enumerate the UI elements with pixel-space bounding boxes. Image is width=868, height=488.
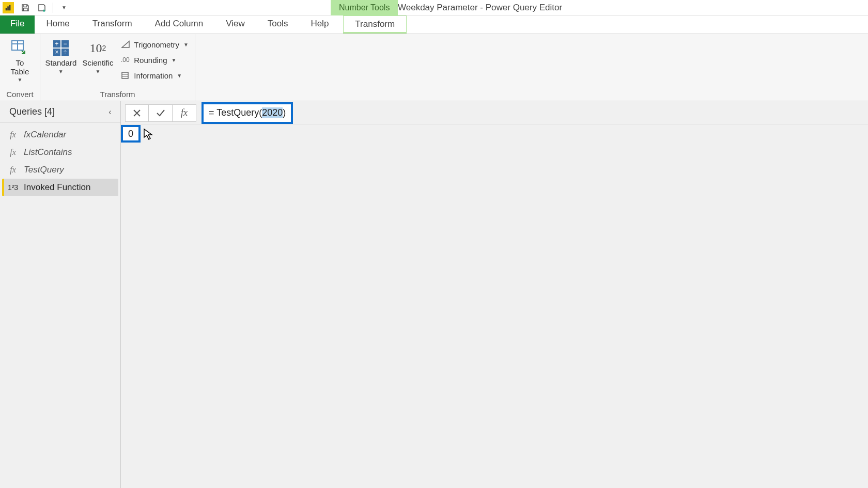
information-icon xyxy=(120,70,131,81)
qat-separator xyxy=(53,3,53,13)
save-icon[interactable] xyxy=(19,1,32,14)
triangle-icon xyxy=(120,39,131,50)
collapse-pane-icon[interactable]: ‹ xyxy=(105,107,115,117)
function-icon: fx xyxy=(7,165,19,175)
tab-view[interactable]: View xyxy=(214,15,256,34)
svg-rect-1 xyxy=(7,6,9,10)
formula-suffix: ) xyxy=(283,107,286,118)
qat-dropdown-icon[interactable]: ▼ xyxy=(57,1,71,14)
scientific-label: Scientific xyxy=(82,59,113,68)
ribbon-group-label-transform: Transform xyxy=(43,90,192,100)
query-item-testquery[interactable]: fx TestQuery xyxy=(2,161,118,179)
tab-home[interactable]: Home xyxy=(35,15,81,34)
ribbon-small-buttons: Trigonometry ▼ .00 Rounding ▼ Informatio… xyxy=(117,36,192,82)
fx-button[interactable]: fx xyxy=(173,104,196,122)
query-item-label: fxCalendar xyxy=(24,130,66,140)
to-table-icon xyxy=(10,38,30,58)
query-item-label: TestQuery xyxy=(24,165,64,175)
tab-help[interactable]: Help xyxy=(299,15,340,34)
cursor-icon xyxy=(143,128,155,140)
trigonometry-label: Trigonometry xyxy=(134,40,179,49)
queries-pane: Queries [4] ‹ fx fxCalendar fx ListConta… xyxy=(0,101,121,488)
main-area: Queries [4] ‹ fx fxCalendar fx ListConta… xyxy=(0,101,868,488)
information-label: Information xyxy=(134,71,173,80)
svg-rect-2 xyxy=(9,5,11,10)
tab-file[interactable]: File xyxy=(0,15,35,34)
scientific-icon: 102 xyxy=(88,38,107,58)
svg-text:÷: ÷ xyxy=(64,49,67,56)
result-value-cell[interactable]: 0 xyxy=(121,125,141,143)
title-bar: ▼ Number Tools Weekday Parameter - Power… xyxy=(0,0,868,15)
to-table-button[interactable]: To Table ▼ xyxy=(3,36,37,83)
svg-text:.00: .00 xyxy=(121,56,130,64)
chevron-down-icon: ▼ xyxy=(96,69,101,74)
formula-prefix: = TestQuery( xyxy=(209,107,262,118)
tab-contextual-transform[interactable]: Transform xyxy=(343,15,407,34)
to-table-label: To Table xyxy=(11,59,29,76)
tab-tools[interactable]: Tools xyxy=(256,15,300,34)
contextual-tool-label: Number Tools xyxy=(331,0,398,15)
svg-rect-15 xyxy=(122,72,128,78)
query-item-invoked-function[interactable]: 1²3 Invoked Function xyxy=(2,179,118,196)
app-icon xyxy=(3,2,14,13)
ribbon-group-label-convert: Convert xyxy=(3,90,37,100)
number-icon: 1²3 xyxy=(7,183,19,192)
queries-list: fx fxCalendar fx ListContains fx TestQue… xyxy=(0,123,120,199)
ribbon-tabs: File Home Transform Add Column View Tool… xyxy=(0,15,868,34)
svg-text:−: − xyxy=(63,40,67,48)
save-as-icon[interactable] xyxy=(35,1,49,14)
ribbon-panel: To Table ▼ Convert + − × ÷ Standard ▼ xyxy=(0,34,868,101)
rounding-icon: .00 xyxy=(120,55,131,65)
tab-add-column[interactable]: Add Column xyxy=(144,15,215,34)
chevron-down-icon: ▼ xyxy=(172,57,177,63)
ribbon-group-convert: To Table ▼ Convert xyxy=(0,34,40,101)
svg-text:+: + xyxy=(55,40,58,48)
window-title: Weekday Parameter - Power Query Editor xyxy=(398,0,562,15)
scientific-button[interactable]: 102 Scientific ▼ xyxy=(81,36,116,74)
chevron-down-icon: ▼ xyxy=(177,73,182,78)
queries-header-label: Queries [4] xyxy=(9,106,55,117)
chevron-down-icon: ▼ xyxy=(183,42,189,48)
query-item-label: Invoked Function xyxy=(24,182,90,193)
content-area: fx = TestQuery(2020) 0 xyxy=(121,101,868,488)
query-item-label: ListContains xyxy=(24,147,72,158)
rounding-button[interactable]: .00 Rounding ▼ xyxy=(117,54,192,66)
function-icon: fx xyxy=(7,148,19,157)
standard-label: Standard xyxy=(45,59,76,68)
quick-access-toolbar: ▼ xyxy=(19,1,71,14)
queries-header: Queries [4] ‹ xyxy=(0,101,120,123)
formula-selected: 2020 xyxy=(262,107,283,118)
result-area: 0 xyxy=(121,125,868,488)
tab-transform[interactable]: Transform xyxy=(81,15,144,34)
formula-bar: fx = TestQuery(2020) xyxy=(121,101,868,125)
svg-text:×: × xyxy=(55,49,58,56)
chevron-down-icon: ▼ xyxy=(58,69,64,74)
confirm-formula-button[interactable] xyxy=(149,104,173,122)
query-item-fxcalendar[interactable]: fx fxCalendar xyxy=(2,126,118,144)
standard-icon: + − × ÷ xyxy=(51,38,71,58)
query-item-listcontains[interactable]: fx ListContains xyxy=(2,144,118,161)
svg-rect-0 xyxy=(6,8,7,10)
rounding-label: Rounding xyxy=(134,56,167,65)
ribbon-group-transform: + − × ÷ Standard ▼ 102 Scientific ▼ xyxy=(40,34,195,101)
chevron-down-icon: ▼ xyxy=(18,77,23,83)
function-icon: fx xyxy=(7,130,19,139)
trigonometry-button[interactable]: Trigonometry ▼ xyxy=(117,38,192,51)
standard-button[interactable]: + − × ÷ Standard ▼ xyxy=(43,36,79,74)
information-button[interactable]: Information ▼ xyxy=(117,69,192,82)
formula-input[interactable]: = TestQuery(2020) xyxy=(202,102,293,124)
cancel-formula-button[interactable] xyxy=(125,104,149,122)
